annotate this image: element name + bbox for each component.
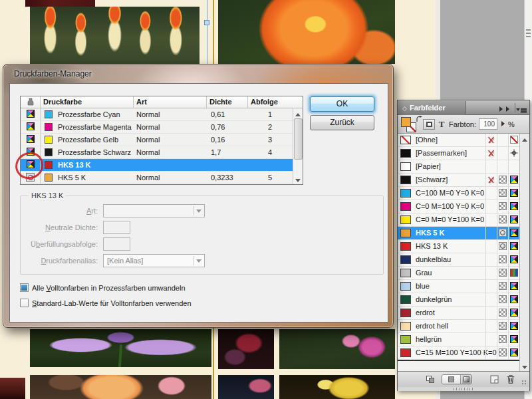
ink-row[interactable]: Prozessfarbe SchwarzNormal1,74: [21, 146, 293, 159]
swatch-row[interactable]: [Passermarken]: [398, 147, 519, 160]
swatch-row[interactable]: HKS 13 K: [398, 240, 519, 253]
collapse-to-icons-button[interactable]: [499, 105, 512, 113]
cmyk-icon: [510, 348, 518, 356]
swatch-color: [400, 348, 411, 357]
cmyk-icon: [27, 110, 35, 118]
chevron-right-icon: [499, 106, 505, 112]
neutral-density-field: [103, 221, 130, 234]
swatch-scrollbar[interactable]: [519, 134, 529, 371]
swatch-row[interactable]: [Papier]: [398, 160, 519, 174]
checkbox-fill-icon: [21, 285, 27, 291]
selection-handle[interactable]: [204, 20, 209, 25]
cmyk-icon: [510, 255, 518, 263]
ink-kind-toggle[interactable]: [21, 108, 41, 120]
swatch-row[interactable]: Grau: [398, 267, 519, 280]
ink-kind-toggle[interactable]: [21, 121, 41, 133]
stacked-squares-icon: [429, 378, 434, 383]
swatch-name: blue: [416, 280, 430, 293]
ink-row[interactable]: HKS 13 K: [21, 159, 293, 172]
swatch-row[interactable]: [Schwarz]: [398, 174, 519, 187]
panel-resize-grip[interactable]: [454, 388, 473, 390]
ink-row[interactable]: HKS 5 KNormal0,32335: [21, 172, 293, 184]
swatch-name: hellgrün: [416, 333, 442, 346]
dialog-title-bar[interactable]: Druckfarben-Manager: [3, 65, 393, 83]
ink-alias-select[interactable]: [Kein Alias]: [103, 254, 205, 267]
cmyk-icon-frame: [510, 202, 518, 210]
swatch-row[interactable]: hellgrün: [398, 333, 519, 346]
photo-kniphofia[interactable]: [30, 7, 200, 64]
ink-row[interactable]: Prozessfarbe CyanNormal0,611: [21, 108, 293, 121]
dock-grip-icon[interactable]: [526, 29, 531, 39]
checker-icon: [499, 189, 507, 197]
ink-abfolge: 3: [248, 134, 293, 146]
divider: [515, 103, 515, 112]
photo-rose[interactable]: [30, 375, 211, 399]
panel-tab-bar: ◇Farbfelder: [398, 100, 529, 115]
tint-input[interactable]: [479, 118, 497, 130]
swatch-row[interactable]: erdrot: [398, 307, 519, 320]
swatch-row[interactable]: C=0 M=100 Y=0 K=0: [398, 200, 519, 213]
scroll-down-button[interactable]: [520, 362, 529, 371]
swatch-row[interactable]: dunkelgrün: [398, 293, 519, 307]
cmyk-icon: [27, 135, 35, 143]
indesign-screen: ◇Farbfelder T Farbton: % [Ohne][Passerma…: [0, 0, 532, 399]
photo-crop-strip-bottom: [0, 378, 25, 399]
cmyk-icon: [510, 202, 518, 210]
swatch-row[interactable]: C=15 M=100 Y=100 K=0 2: [398, 346, 519, 360]
photo-pink-flower[interactable]: [279, 329, 395, 369]
cmyk-icon-frame: [510, 309, 518, 317]
ok-button[interactable]: OK: [310, 96, 374, 112]
ink-row[interactable]: Prozessfarbe GelbNormal0,163: [21, 134, 293, 146]
show-all-swatches-button[interactable]: [426, 376, 436, 384]
swap-fill-stroke-icon[interactable]: [416, 116, 423, 124]
swatch-row[interactable]: dunkelblau: [398, 253, 519, 267]
cmyk-icon: [510, 309, 518, 317]
back-button[interactable]: Zurück: [310, 115, 374, 130]
new-swatch-button[interactable]: [490, 375, 499, 384]
ink-table-scrollbar[interactable]: [293, 108, 303, 184]
scrollbar-thumb[interactable]: [294, 118, 303, 160]
swatch-row[interactable]: blue: [398, 280, 519, 293]
photo-orange-zinnia[interactable]: [218, 0, 395, 64]
swatch-row[interactable]: [Ohne]: [398, 134, 519, 147]
ink-abfolge: 2: [248, 121, 293, 133]
photo-purple-dahlia[interactable]: [30, 329, 211, 367]
swatch-name: erdrot hell: [416, 320, 448, 332]
tab-farbfelder[interactable]: ◇Farbfelder: [398, 101, 466, 115]
swatch-color: [400, 255, 411, 264]
lab-values-checkbox[interactable]: [20, 299, 29, 307]
delete-swatch-button[interactable]: [506, 374, 515, 384]
ink-kind-toggle[interactable]: [21, 134, 41, 146]
divider: [194, 206, 194, 215]
scroll-up-button[interactable]: [520, 134, 529, 142]
swatch-row[interactable]: C=100 M=0 Y=0 K=0: [398, 187, 519, 200]
swatch-row[interactable]: HKS 5 K: [398, 227, 519, 240]
scroll-down-button[interactable]: [293, 176, 303, 184]
panel-menu-button[interactable]: [516, 106, 527, 114]
swatch-color: [400, 295, 411, 304]
photo-dark-blue-flower[interactable]: [218, 375, 274, 399]
show-gradient-swatches-button[interactable]: [462, 375, 472, 384]
fill-color-proxy[interactable]: [401, 117, 411, 127]
resize-grip-icon[interactable]: [521, 380, 527, 386]
solid-swatch-icon: [448, 376, 454, 382]
tint-unit: %: [508, 120, 515, 128]
checker-icon: [499, 215, 507, 223]
ink-column-icon: [21, 96, 41, 108]
ink-row[interactable]: Prozessfarbe MagentaNormal0,762: [21, 121, 293, 134]
art-select[interactable]: [103, 204, 205, 217]
swatch-name: Grau: [416, 267, 432, 279]
swatch-row[interactable]: C=0 M=0 Y=100 K=0: [398, 213, 519, 227]
convert-spot-checkbox[interactable]: [20, 283, 29, 292]
formatting-affects-text-button[interactable]: T: [436, 119, 447, 130]
ink-name: Prozessfarbe Cyan: [58, 108, 120, 120]
formatting-affects-container-button[interactable]: [423, 119, 435, 130]
photo-yellow-rose[interactable]: [279, 375, 395, 399]
scroll-up-button[interactable]: [293, 108, 303, 117]
tint-spinner-icon[interactable]: [501, 121, 507, 126]
photo-dark-dahlia[interactable]: [218, 329, 274, 369]
swatch-row[interactable]: erdrot hell: [398, 320, 519, 333]
checker-icon: [499, 255, 507, 263]
show-color-swatches-button[interactable]: [442, 375, 461, 384]
swatch-view-toggle[interactable]: [442, 374, 472, 384]
